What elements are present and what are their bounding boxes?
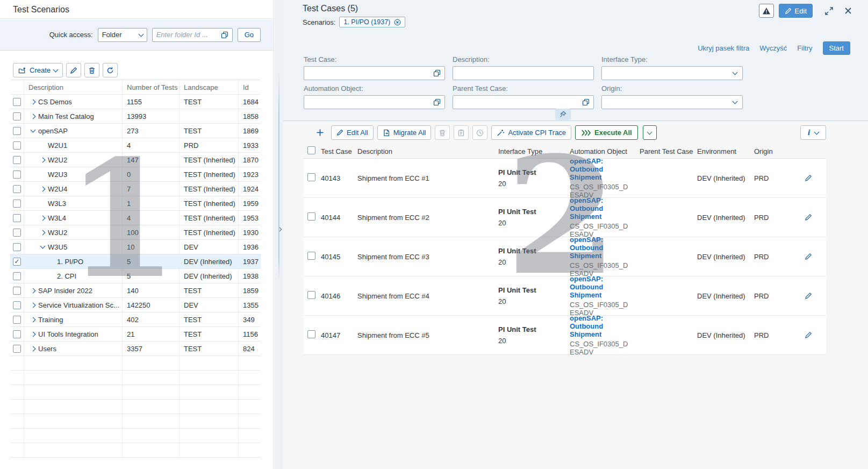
filters-link[interactable]: Filtry (797, 44, 812, 52)
automation-object-link[interactable]: openSAP: Outbound Shipment (570, 196, 633, 221)
row-checkbox[interactable] (307, 212, 315, 221)
row-checkbox[interactable] (13, 258, 21, 266)
row-checkbox[interactable] (13, 200, 21, 208)
clear-filters-link[interactable]: Wyczyść (759, 44, 787, 52)
filter-input[interactable] (453, 66, 594, 80)
edit-button[interactable]: Edit (779, 4, 813, 18)
table-row[interactable]: W3L4 4 TEST (Inherited) 1953 (10, 211, 261, 225)
edit-all-button[interactable]: Edit All (331, 125, 374, 140)
table-row[interactable]: Service Virtualization Sc... 142250 DEV … (10, 298, 261, 312)
test-case-row[interactable]: 40145 Shipment from ECC #3 PI Unit Test2… (304, 237, 826, 276)
history-button[interactable] (472, 125, 487, 140)
empty-row[interactable] (10, 414, 261, 429)
filter-input[interactable] (304, 66, 445, 80)
close-icon[interactable] (844, 7, 852, 15)
column-description[interactable]: Description (355, 147, 496, 155)
value-help-icon[interactable] (582, 98, 590, 106)
table-row[interactable]: W2U2 147 TEST (Inherited) 1870 (10, 153, 261, 167)
row-checkbox[interactable] (13, 301, 21, 309)
table-row[interactable]: W3U2 100 TEST (Inherited) 1930 (10, 225, 261, 240)
execute-all-button[interactable]: Execute All (575, 125, 638, 140)
row-checkbox[interactable] (13, 112, 21, 120)
tree-cell[interactable]: W2U3 (24, 167, 122, 181)
table-row[interactable]: W3L3 1 TEST (Inherited) 1959 (10, 196, 261, 211)
column-number-of-tests[interactable]: Number of Tests (122, 80, 179, 94)
test-case-row[interactable]: 40143 Shipment from ECC #1 PI Unit Test2… (304, 159, 826, 198)
edit-row-icon[interactable] (805, 331, 812, 339)
tree-expand-icon[interactable] (40, 230, 46, 235)
info-menu-button[interactable]: i (800, 125, 826, 140)
fullscreen-icon[interactable] (824, 6, 834, 16)
tree-cell[interactable] (24, 443, 122, 457)
tree-cell[interactable]: Main Test Catalog (24, 109, 122, 123)
tree-expand-icon[interactable] (31, 317, 36, 322)
value-help-icon[interactable] (433, 98, 441, 106)
tree-cell[interactable]: W2U2 (24, 153, 122, 167)
folder-id-input[interactable]: Enter folder Id ... (152, 28, 233, 42)
table-row[interactable]: Users 3357 TEST 824 (10, 342, 261, 356)
create-button[interactable]: Create (13, 63, 63, 77)
start-button[interactable]: Start (823, 41, 850, 55)
empty-row[interactable] (10, 371, 261, 385)
row-checkbox[interactable] (13, 214, 21, 222)
tree-expand-icon[interactable] (31, 113, 36, 119)
tree-cell[interactable]: W2U1 (24, 138, 122, 152)
column-origin[interactable]: Origin (751, 147, 787, 155)
table-row[interactable]: openSAP 273 TEST 1869 (10, 124, 261, 138)
go-button[interactable]: Go (238, 28, 261, 42)
tree-expand-icon[interactable] (31, 99, 36, 104)
hide-filter-bar-link[interactable]: Ukryj pasek filtra (698, 44, 749, 52)
empty-row[interactable] (10, 429, 261, 443)
tree-cell[interactable]: W3L3 (24, 196, 122, 210)
activate-cpi-trace-button[interactable]: Activate CPI Trace (491, 125, 571, 140)
migrate-all-button[interactable]: Migrate All (377, 125, 432, 140)
tree-cell[interactable]: UI Tools Integration (24, 327, 122, 341)
automation-object-link[interactable]: openSAP: Outbound Shipment (570, 236, 633, 260)
row-checkbox[interactable] (13, 272, 21, 280)
filter-input[interactable] (601, 95, 743, 109)
tree-cell[interactable]: 2. CPI (24, 269, 122, 283)
row-checkbox[interactable] (13, 98, 21, 106)
empty-row[interactable] (10, 400, 261, 414)
column-interface-type[interactable]: Interface Type (496, 147, 567, 155)
column-parent-test-case[interactable]: Parent Test Case (637, 147, 694, 155)
tree-expand-icon[interactable] (31, 302, 36, 308)
tree-cell[interactable]: Training (24, 312, 122, 326)
tree-cell[interactable]: SAP Insider 2022 (24, 283, 122, 297)
table-row[interactable]: CS Demos 1155 TEST 1684 (10, 95, 261, 109)
row-checkbox[interactable] (13, 170, 21, 179)
add-test-case-button[interactable] (313, 125, 327, 140)
empty-row[interactable] (10, 443, 261, 458)
execute-all-menu-button[interactable] (643, 125, 657, 140)
tree-expand-icon[interactable] (31, 288, 36, 293)
select-all-checkbox[interactable] (307, 146, 315, 154)
tree-cell[interactable]: W2U4 (24, 182, 122, 196)
column-description[interactable]: Description (24, 80, 122, 94)
automation-object-link[interactable]: openSAP: Outbound Shipment (570, 275, 633, 299)
automation-object-link[interactable]: openSAP: Outbound Shipment (570, 314, 633, 338)
row-checkbox[interactable] (13, 156, 21, 164)
test-case-row[interactable]: 40146 Shipment from ECC #4 PI Unit Test2… (304, 276, 826, 316)
tree-expand-icon[interactable] (31, 346, 36, 351)
expand-panel-handle[interactable] (276, 224, 282, 234)
tree-cell[interactable] (24, 385, 122, 399)
edit-row-icon[interactable] (805, 292, 812, 300)
scenario-token[interactable]: 1. PI/PO (1937) (339, 17, 405, 27)
empty-row[interactable] (10, 385, 261, 400)
row-checkbox[interactable] (13, 127, 21, 135)
filter-input[interactable] (304, 95, 445, 109)
test-case-row[interactable]: 40144 Shipment from ECC #2 PI Unit Test2… (304, 198, 826, 237)
table-row[interactable]: Main Test Catalog 13993 1858 (10, 109, 261, 124)
tree-cell[interactable]: Service Virtualization Sc... (24, 298, 122, 312)
edit-row-icon[interactable] (805, 214, 812, 221)
tree-expand-icon[interactable] (31, 331, 36, 337)
column-landscape[interactable]: Landscape (179, 80, 238, 94)
table-row[interactable]: Training 402 TEST 349 (10, 312, 261, 327)
delete-test-cases-button[interactable] (435, 125, 450, 140)
tree-cell[interactable] (24, 356, 122, 370)
value-help-icon[interactable] (221, 31, 228, 39)
tree-cell[interactable] (24, 400, 122, 414)
filter-input[interactable] (453, 95, 594, 109)
row-checkbox[interactable] (13, 316, 21, 324)
table-row[interactable]: W2U1 4 PRD 1933 (10, 138, 261, 153)
